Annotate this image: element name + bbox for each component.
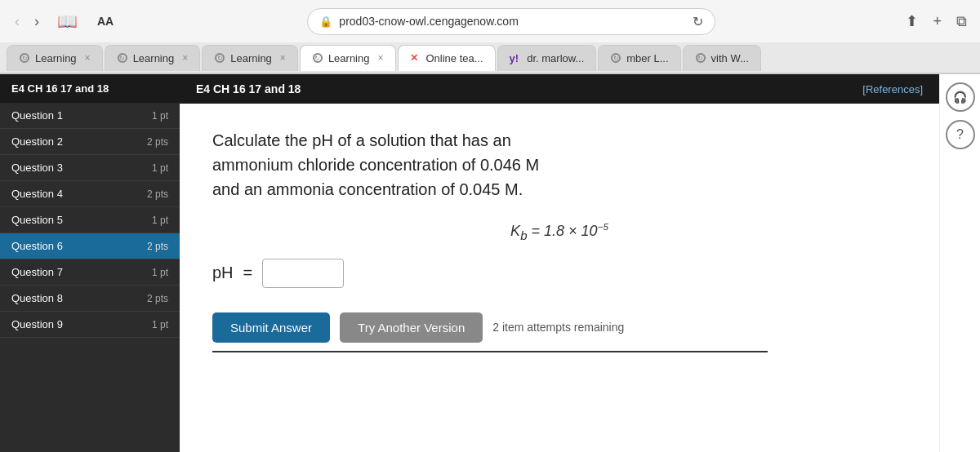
tab-icon-2: ↻: [118, 53, 127, 63]
nav-buttons: ‹ ›: [10, 10, 44, 33]
share-button[interactable]: ⬆: [902, 9, 921, 33]
question-6-label: Question 6: [11, 240, 63, 252]
tab-vith-w[interactable]: ↻ vith W...: [683, 45, 761, 71]
tab-label-2: Learning: [133, 52, 175, 64]
question-item-2[interactable]: Question 2 2 pts: [0, 129, 180, 155]
tab-close-3[interactable]: ×: [280, 52, 286, 64]
question-item-1[interactable]: Question 1 1 pt: [0, 103, 180, 129]
text-size-button[interactable]: AA: [91, 11, 120, 31]
answer-row: pH =: [212, 259, 906, 288]
question-line-3: and an ammonia concentration of 0.045 M.: [212, 180, 523, 198]
tab-icon-1: ↻: [20, 53, 29, 63]
help-button[interactable]: ?: [946, 120, 975, 149]
question-item-7[interactable]: Question 7 1 pt: [0, 259, 180, 286]
content-header: E4 CH 16 17 and 18 [References]: [180, 74, 939, 104]
browser-toolbar: ‹ › 📖 AA 🔒 prod03-cnow-owl.cengagenow.co…: [0, 0, 980, 42]
tab-icon-8: ↻: [696, 53, 706, 63]
address-bar: 🔒 prod03-cnow-owl.cengagenow.com ↻: [307, 8, 715, 35]
references-link[interactable]: [References]: [862, 83, 923, 95]
question-7-label: Question 7: [11, 266, 63, 278]
tab-learning-4[interactable]: ↻ Learning ×: [300, 45, 396, 71]
content-divider: [212, 351, 768, 352]
question-sidebar: E4 CH 16 17 and 18 Question 1 1 pt Quest…: [0, 74, 180, 452]
tab-favicon-2: ↻: [117, 52, 128, 64]
lock-icon: 🔒: [319, 16, 332, 28]
ph-label: pH: [212, 264, 234, 282]
toolbar-actions: ⬆ + ⧉: [902, 9, 970, 33]
question-7-pts: 1 pt: [152, 267, 168, 278]
tab-icon-3: ↻: [215, 53, 225, 63]
reading-mode-icon[interactable]: 📖: [54, 8, 81, 34]
tab-favicon-4: ↻: [312, 52, 323, 64]
question-line-2: ammonium chloride concentration of 0.046…: [212, 156, 539, 174]
url-text: prod03-cnow-owl.cengagenow.com: [339, 15, 686, 28]
headset-button[interactable]: 🎧: [946, 82, 975, 112]
tab-label-1: Learning: [35, 52, 77, 64]
tab-icon-7: ↻: [611, 53, 621, 63]
tab-online-tea[interactable]: ✕ Online tea...: [398, 45, 496, 71]
tab-favicon-3: ↻: [214, 52, 225, 64]
content-title: E4 CH 16 17 and 18: [196, 82, 301, 95]
kb-equation: Kb = 1.8 × 10−5: [212, 221, 906, 242]
question-line-1: Calculate the pH of a solution that has …: [212, 131, 511, 149]
tab-label-8: vith W...: [711, 52, 749, 64]
question-8-label: Question 8: [11, 292, 63, 304]
tab-label-7: mber L...: [626, 52, 668, 64]
tab-label-3: Learning: [230, 52, 272, 64]
question-item-4[interactable]: Question 4 2 pts: [0, 181, 180, 207]
tab-learning-2[interactable]: ↻ Learning ×: [105, 45, 201, 71]
add-tab-button[interactable]: +: [929, 10, 945, 33]
tab-mber[interactable]: ↻ mber L...: [598, 45, 680, 71]
kb-equals: = 1.8 × 10−5: [531, 223, 608, 239]
tabs-overview-button[interactable]: ⧉: [953, 10, 970, 33]
question-text: Calculate the pH of a solution that has …: [212, 128, 906, 202]
tab-yahoo[interactable]: y! dr. marlow...: [497, 45, 597, 71]
question-9-pts: 1 pt: [152, 319, 168, 330]
question-4-label: Question 4: [11, 188, 63, 200]
forward-button[interactable]: ›: [29, 10, 44, 33]
question-3-label: Question 3: [11, 162, 63, 174]
question-item-8[interactable]: Question 8 2 pts: [0, 286, 180, 312]
action-buttons: Submit Answer Try Another Version 2 item…: [212, 312, 906, 343]
submit-answer-button[interactable]: Submit Answer: [212, 312, 330, 343]
question-item-5[interactable]: Question 5 1 pt: [0, 207, 180, 233]
tab-favicon-1: ↻: [19, 52, 30, 64]
question-item-3[interactable]: Question 3 1 pt: [0, 155, 180, 181]
tabs-bar: ↻ Learning × ↻ Learning × ↻ Learning × ↻: [0, 42, 980, 73]
question-9-label: Question 9: [11, 318, 63, 330]
tab-learning-3[interactable]: ↻ Learning ×: [202, 45, 298, 71]
question-8-pts: 2 pts: [147, 293, 168, 304]
tab-favicon-7: ↻: [610, 52, 621, 64]
question-1-pts: 1 pt: [152, 110, 168, 122]
question-6-pts: 2 pts: [147, 241, 168, 252]
question-item-6[interactable]: Question 6 2 pts: [0, 233, 180, 259]
tab-close-4[interactable]: ×: [377, 52, 383, 64]
question-item-9[interactable]: Question 9 1 pt: [0, 312, 180, 338]
content-area: E4 CH 16 17 and 18 [References] Calculat…: [180, 74, 939, 452]
question-5-label: Question 5: [11, 214, 63, 226]
back-button[interactable]: ‹: [10, 10, 24, 33]
attempts-remaining-text: 2 item attempts remaining: [492, 321, 624, 334]
tab-close-2[interactable]: ×: [182, 52, 188, 64]
right-panel: 🎧 ?: [939, 74, 980, 452]
reload-icon[interactable]: ↻: [693, 14, 703, 29]
sidebar-header: E4 CH 16 17 and 18: [0, 74, 180, 103]
question-content: Calculate the pH of a solution that has …: [180, 104, 939, 452]
tab-label-5: Online tea...: [426, 52, 483, 64]
help-icon: ?: [956, 127, 964, 142]
tab-favicon-8: ↻: [695, 52, 706, 64]
try-another-version-button[interactable]: Try Another Version: [340, 312, 483, 343]
tab-icon-4: ↻: [313, 53, 323, 63]
tab-yahoo-icon: y!: [510, 52, 519, 64]
tab-label-6: dr. marlow...: [527, 52, 584, 64]
question-4-pts: 2 pts: [147, 188, 168, 200]
tab-learning-1[interactable]: ↻ Learning ×: [7, 45, 103, 71]
ph-answer-input[interactable]: [262, 259, 344, 288]
tab-label-4: Learning: [328, 52, 370, 64]
main-area: E4 CH 16 17 and 18 Question 1 1 pt Quest…: [0, 74, 980, 452]
equals-sign: =: [243, 264, 253, 282]
tab-close-1[interactable]: ×: [85, 52, 91, 64]
tab-online-icon: ✕: [410, 52, 418, 64]
question-2-pts: 2 pts: [147, 136, 168, 148]
kb-symbol: Kb: [510, 223, 527, 239]
